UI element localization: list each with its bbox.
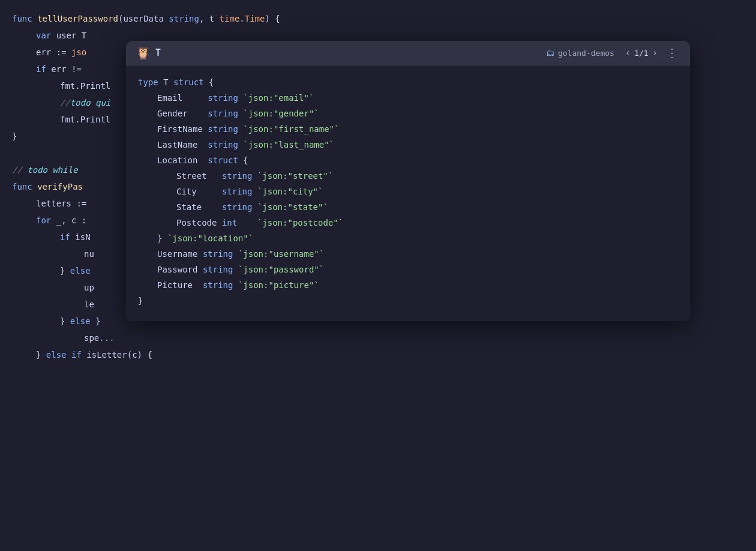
location-header-line: Location struct { — [138, 153, 678, 169]
field-password-type: string — [203, 262, 233, 277]
field-street-name: Street — [176, 169, 207, 184]
field-firstname-type: string — [208, 122, 238, 137]
popup-breadcrumb: 🗂 goland-demos — [546, 48, 614, 58]
field-city-type: string — [222, 184, 253, 199]
popup-navigation[interactable]: ‹ 1/1 › — [624, 47, 659, 59]
field-username-type: string — [203, 247, 233, 262]
field-state-name: State — [176, 200, 202, 215]
field-picture-type: string — [203, 278, 233, 293]
field-email-tag: `json:"email"` — [243, 91, 314, 106]
field-picture-tag: `json:"picture"` — [238, 278, 319, 293]
popup-header: 🦉 T 🗂 goland-demos ‹ 1/1 › ⋮ — [126, 41, 690, 65]
popup-title-label: T — [155, 47, 541, 58]
field-lastname-type: string — [208, 137, 238, 152]
more-options-button[interactable]: ⋮ — [664, 47, 680, 59]
field-username-tag: `json:"username"` — [238, 247, 324, 262]
bg-line-21: } else if isLetter(c) { — [12, 347, 756, 364]
field-gender-line: Gender string `json:"gender"` — [138, 106, 678, 122]
field-state-tag: `json:"state"` — [257, 200, 328, 215]
struct-type-name: T — [163, 75, 168, 90]
field-lastname-line: LastName string `json:"last_name"` — [138, 137, 678, 153]
field-postcode-name: Postcode — [176, 215, 217, 230]
nav-prev-button[interactable]: ‹ — [624, 47, 632, 59]
field-postcode-tag: `json:"postcode"` — [257, 215, 343, 230]
field-street-line: Street string `json:"street"` — [138, 169, 678, 184]
popup-owl-icon: 🦉 — [136, 47, 151, 59]
nav-next-button[interactable]: › — [651, 47, 659, 59]
field-postcode-type: int — [222, 215, 237, 230]
field-email-type: string — [208, 91, 238, 106]
field-firstname-line: FirstName string `json:"first_name"` — [138, 122, 678, 137]
nav-counter: 1/1 — [634, 49, 648, 58]
location-close-line: } `json:"location"` — [138, 231, 678, 247]
field-password-line: Password string `json:"password"` — [138, 262, 678, 278]
type-definition-popup: 🦉 T 🗂 goland-demos ‹ 1/1 › ⋮ type T stru… — [126, 41, 690, 321]
location-close-tag: `json:"location"` — [167, 231, 253, 246]
field-lastname-tag: `json:"last_name"` — [243, 137, 334, 152]
field-picture-name: Picture — [157, 278, 193, 293]
field-username-name: Username — [157, 247, 197, 262]
struct-keyword: struct — [173, 75, 204, 90]
field-email-line: Email string `json:"email"` — [138, 91, 678, 106]
folder-icon: 🗂 — [546, 48, 554, 58]
field-lastname-name: LastName — [157, 137, 197, 152]
project-name-label: goland-demos — [558, 49, 614, 58]
field-email-name: Email — [157, 91, 182, 106]
field-gender-type: string — [208, 106, 238, 121]
field-gender-tag: `json:"gender"` — [243, 106, 319, 121]
field-city-tag: `json:"city"` — [257, 184, 323, 199]
field-city-line: City string `json:"city"` — [138, 184, 678, 200]
field-username-line: Username string `json:"username"` — [138, 247, 678, 262]
location-struct-keyword: struct — [208, 153, 238, 168]
field-state-type: string — [222, 200, 253, 215]
popup-content: type T struct { Email string `json:"emai… — [126, 65, 690, 321]
bg-line-1: func tellUserPassword(userData string, t… — [12, 11, 756, 28]
field-firstname-name: FirstName — [157, 122, 203, 137]
field-city-name: City — [176, 184, 197, 199]
field-picture-line: Picture string `json:"picture"` — [138, 278, 678, 294]
field-gender-name: Gender — [157, 106, 188, 121]
field-firstname-tag: `json:"first_name"` — [243, 122, 339, 137]
type-keyword: type — [138, 75, 158, 90]
field-password-name: Password — [157, 262, 197, 277]
field-password-tag: `json:"password"` — [238, 262, 324, 277]
field-state-line: State string `json:"state"` — [138, 200, 678, 215]
field-location-name: Location — [157, 153, 197, 168]
field-street-type: string — [222, 169, 253, 184]
struct-header-line: type T struct { — [138, 75, 678, 91]
struct-close-line: } — [138, 294, 678, 309]
bg-line-20: spe... — [12, 330, 756, 347]
field-street-tag: `json:"street"` — [257, 169, 333, 184]
field-postcode-line: Postcode int `json:"postcode"` — [138, 215, 678, 231]
